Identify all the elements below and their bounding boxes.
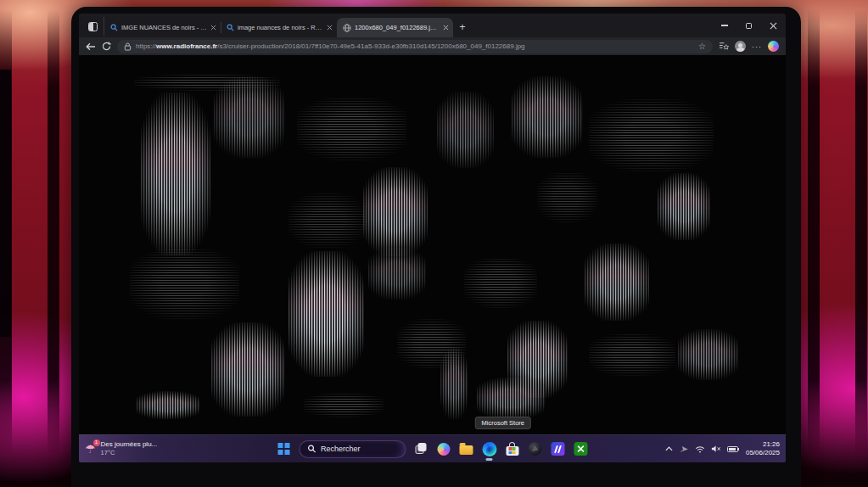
blue-slashes-app-button[interactable] <box>550 441 566 457</box>
task-view-button[interactable] <box>412 441 428 457</box>
url-text: https://www.radiofrance.fr/s3/cruiser-pr… <box>136 42 694 50</box>
streak-patch <box>464 257 537 308</box>
streak-patch <box>297 97 406 160</box>
tab-actions-button[interactable] <box>82 17 104 36</box>
window-controls <box>712 14 786 37</box>
taskbar-search[interactable]: Rechercher <box>299 440 406 458</box>
volume-muted-icon[interactable] <box>711 445 721 453</box>
search-icon <box>110 24 118 31</box>
streak-patch <box>304 393 384 417</box>
system-tray: 21:26 05/06/2025 <box>665 435 780 462</box>
minimize-button[interactable] <box>712 14 736 37</box>
favorite-star-icon[interactable]: ☆ <box>698 42 706 51</box>
taskbar-tooltip: Microsoft Store <box>475 417 531 429</box>
tab-title: IMGE NUANCES de noirs - Reche <box>121 24 207 31</box>
xbox-button[interactable] <box>573 441 589 457</box>
close-icon <box>770 22 777 30</box>
battery-icon[interactable] <box>727 446 738 452</box>
photo-background: IMGE NUANCES de noirs - Reche image nuan… <box>0 0 868 487</box>
tab-actions-icon <box>88 22 98 31</box>
folder-icon <box>460 445 473 455</box>
weather-widget[interactable]: ☂ 1 Des journées plu... 17°C <box>85 435 157 462</box>
umbrella-icon: ☂ 1 <box>85 443 96 455</box>
start-button[interactable] <box>276 441 292 457</box>
streak-patch <box>477 378 546 419</box>
search-placeholder: Rechercher <box>321 445 361 453</box>
notification-badge: 1 <box>93 439 100 446</box>
globe-icon <box>343 24 351 32</box>
clock[interactable]: 21:26 05/06/2025 <box>746 440 780 458</box>
streak-patch <box>589 333 675 376</box>
maximize-button[interactable] <box>736 14 761 37</box>
streak-patch <box>589 98 713 171</box>
browser-window: IMGE NUANCES de noirs - Reche image nuan… <box>79 14 786 434</box>
streak-patch <box>437 92 494 169</box>
tab-close-icon[interactable] <box>210 25 216 31</box>
copilot-icon <box>437 443 450 456</box>
copilot-app-button[interactable] <box>435 441 451 457</box>
tab-3-active[interactable]: 1200x680_049_f0122689.jpg (120 <box>337 18 453 37</box>
weather-headline: Des journées plu... <box>101 440 158 449</box>
xbox-icon <box>574 442 588 456</box>
streak-patch <box>141 92 211 255</box>
streak-patch <box>368 248 425 299</box>
taskbar-center: Rechercher <box>276 435 589 462</box>
url-domain: www.radiofrance.fr <box>156 42 217 50</box>
tab-title: 1200x680_049_f0122689.jpg (120 <box>355 24 440 31</box>
tab-close-icon[interactable] <box>327 25 333 31</box>
close-button[interactable] <box>761 14 786 37</box>
refresh-button[interactable] <box>102 42 111 51</box>
lock-icon <box>124 42 132 51</box>
browser-toolbar: https://www.radiofrance.fr/s3/cruiser-pr… <box>79 37 786 55</box>
dark-sphere-icon <box>529 442 542 456</box>
laptop-screen: IMGE NUANCES de noirs - Reche image nuan… <box>79 14 786 462</box>
edge-browser-button[interactable] <box>481 441 497 457</box>
new-tab-button[interactable]: + <box>453 18 472 36</box>
streak-patch <box>363 167 428 257</box>
tab-2[interactable]: image nuances de noirs - Recher <box>221 18 337 37</box>
weather-temperature: 17°C <box>101 449 158 456</box>
image-nuances-de-noirs <box>130 73 739 420</box>
streak-patch <box>585 244 649 321</box>
streak-patch <box>288 251 363 377</box>
tray-app-icon[interactable] <box>679 445 689 453</box>
search-icon <box>227 24 234 31</box>
taskbar: ☂ 1 Des journées plu... 17°C Rechercher <box>79 434 786 462</box>
windows-logo-icon <box>278 443 290 455</box>
streak-patch <box>658 173 710 240</box>
settings-menu-icon[interactable]: ··· <box>752 42 762 51</box>
wifi-icon[interactable] <box>695 445 705 453</box>
streak-patch <box>512 76 583 158</box>
streak-patch <box>288 193 366 248</box>
copilot-icon[interactable] <box>768 41 779 52</box>
tab-close-icon[interactable] <box>443 25 449 31</box>
weather-text: Des journées plu... 17°C <box>101 440 158 456</box>
streak-patch <box>537 171 597 222</box>
chevron-up-icon <box>665 446 673 451</box>
back-button[interactable] <box>86 42 96 51</box>
tab-bar: IMGE NUANCES de noirs - Reche image nuan… <box>79 14 786 37</box>
address-bar[interactable]: https://www.radiofrance.fr/s3/cruiser-pr… <box>117 40 713 53</box>
clock-time: 21:26 <box>763 440 780 449</box>
store-bag-icon <box>506 442 519 456</box>
tab-title: image nuances de noirs - Recher <box>238 24 323 31</box>
hidden-icons-chevron[interactable] <box>665 446 673 451</box>
maximize-icon <box>746 23 752 29</box>
page-content: Microsoft Store <box>79 55 786 434</box>
streak-patch <box>211 322 285 417</box>
edge-icon <box>482 442 496 456</box>
streak-patch <box>678 329 738 380</box>
streak-patch <box>134 74 280 91</box>
profile-avatar[interactable] <box>735 41 746 52</box>
laptop-bezel: IMGE NUANCES de noirs - Reche image nuan… <box>71 7 801 487</box>
file-explorer-button[interactable] <box>458 441 474 457</box>
blue-slashes-icon <box>552 442 565 456</box>
clock-date: 05/06/2025 <box>746 449 780 457</box>
microsoft-store-button[interactable] <box>504 441 520 457</box>
dark-sphere-app-button[interactable] <box>527 441 543 457</box>
favorites-icon[interactable] <box>719 42 729 51</box>
search-icon <box>307 445 316 453</box>
streak-patch <box>137 391 200 419</box>
tab-1[interactable]: IMGE NUANCES de noirs - Reche <box>104 18 221 37</box>
streak-patch <box>130 248 239 319</box>
